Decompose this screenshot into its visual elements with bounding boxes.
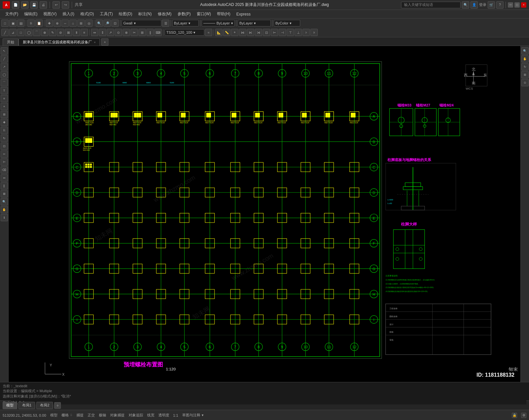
settings-icon[interactable]: ⚙ [521, 413, 526, 418]
lt-array[interactable]: ⊠ [1, 190, 8, 197]
lt-pan[interactable]: ✋ [1, 206, 8, 213]
tool-paste[interactable]: 📋 [35, 20, 43, 27]
t5[interactable]: ⊞ [77, 20, 85, 27]
r2t6[interactable]: ⊕ [41, 29, 48, 36]
menu-tools[interactable]: 工具(T) [97, 10, 115, 18]
maximize-btn[interactable]: □ [514, 2, 520, 8]
r2t32[interactable]: ⊥ [295, 29, 302, 36]
r2t2[interactable]: ⊿ [9, 29, 17, 36]
polar-toggle[interactable]: 极轴 [99, 413, 106, 418]
lt-mirror[interactable]: ⇔ [1, 174, 8, 182]
lt-dim[interactable]: ⌖ [1, 103, 8, 110]
rp-orbit[interactable]: ↻ [521, 63, 529, 70]
r2t27[interactable]: ⋊ [255, 29, 262, 36]
r2t1[interactable]: ╱ [1, 29, 9, 36]
workspace-selector[interactable]: 草图与注释 ▾ [182, 413, 204, 418]
rp-zoom[interactable]: 🔍 [521, 47, 529, 55]
r2t4[interactable]: ◯ [25, 29, 32, 36]
tool-save[interactable]: ▤ [17, 20, 24, 27]
r2t23[interactable]: 📏 [223, 29, 230, 36]
r2t33[interactable]: ⊦ [303, 29, 310, 36]
tab-drawing[interactable]: 新津县川浙合作工业园成都蜀洛药机设备厂 × [19, 38, 100, 46]
plot-btn[interactable]: 🖨 [40, 1, 47, 9]
r2t13[interactable]: ⇕ [99, 29, 106, 36]
lt-copy2[interactable]: ⎘ [1, 127, 8, 134]
lt-text[interactable]: T [1, 87, 8, 94]
r2t21[interactable]: ≈ [205, 29, 212, 36]
menu-format[interactable]: 格式(O) [78, 10, 97, 18]
menu-modify[interactable]: 修改(M) [155, 10, 174, 18]
rp-pan[interactable]: ✋ [521, 55, 529, 63]
lt-rotate[interactable]: ↻ [1, 135, 8, 142]
tab-start[interactable]: 开始 [3, 38, 19, 46]
r2t3[interactable]: □ [17, 29, 24, 36]
r2t20[interactable]: ⌨ [154, 29, 162, 36]
t7[interactable]: 🔍 [96, 20, 103, 27]
menu-insert[interactable]: 插入(I) [60, 10, 77, 18]
t6[interactable]: ◎ [85, 20, 93, 27]
menu-view[interactable]: 视图(V) [41, 10, 59, 18]
r2t9[interactable]: ⊠ [65, 29, 72, 36]
r2t18[interactable]: ⊞ [139, 29, 146, 36]
menu-window[interactable]: 窗口(W) [194, 10, 214, 18]
open-btn[interactable]: 📂 [21, 1, 28, 9]
layer-mgr[interactable]: ☰ [162, 20, 169, 27]
layer-dropdown[interactable]: Gwall ▾ [122, 20, 161, 26]
r2t16[interactable]: ⊗ [123, 29, 130, 36]
lineweight-toggle[interactable]: 线宽 [147, 413, 154, 418]
rp-nav[interactable]: ⊙ [521, 79, 529, 86]
close-btn[interactable]: × [521, 2, 526, 8]
r2t12[interactable]: ⇔ [91, 29, 98, 36]
transparency-toggle[interactable]: 透明度 [158, 413, 169, 418]
r2t5[interactable]: ⌒ [33, 29, 40, 36]
tool-open[interactable]: ▣ [9, 20, 17, 27]
new-btn[interactable]: 📄 [12, 1, 19, 9]
r2t17[interactable]: ✂ [131, 29, 138, 36]
plotstyle-dropdown[interactable]: ByColor ▾ [274, 20, 300, 26]
t4[interactable]: ⌂ [69, 20, 77, 27]
r2t19[interactable]: ∥ [146, 29, 154, 36]
cart-icon[interactable]: 🛒 [488, 1, 495, 9]
r2t24[interactable]: ⌖ [231, 29, 238, 36]
tool-new[interactable]: □ [1, 20, 9, 27]
minimize-btn[interactable]: ─ [508, 2, 513, 8]
model-label[interactable]: 模型 [50, 413, 58, 418]
r2t28[interactable]: ⊡ [263, 29, 270, 36]
lt-circle[interactable]: ◯ [1, 71, 8, 78]
r2t31[interactable]: ⊤ [287, 29, 294, 36]
search-icon[interactable]: 🔍 [462, 1, 469, 9]
tool-copy[interactable]: ⎘ [27, 20, 35, 27]
rp-full[interactable]: ⊞ [521, 71, 529, 78]
r2t11[interactable]: ≡ [81, 29, 88, 36]
r2t14[interactable]: ↗ [107, 29, 114, 36]
cmd-input[interactable] [11, 400, 526, 404]
lt-zoom[interactable]: 🔍 [1, 198, 8, 205]
lt-erase[interactable]: ⌫ [1, 166, 8, 174]
r2t34[interactable]: ⊧ [310, 29, 318, 36]
lt-polyline[interactable]: ↗ [1, 63, 8, 70]
lt-props[interactable]: ℹ [1, 214, 8, 221]
lt-select[interactable]: ↖ [1, 47, 8, 55]
lt-trim[interactable]: ✂ [1, 150, 8, 158]
osnap-toggle[interactable]: 对象捕捉 [110, 413, 125, 418]
annot-scale[interactable]: 1:1 [173, 413, 178, 417]
scale-dropdown[interactable]: TSSD_120_100 ▾ [165, 29, 204, 36]
new-tab-btn[interactable]: + [101, 38, 108, 46]
redo-btn[interactable]: ↪ [62, 1, 69, 9]
t3[interactable]: ↔ [61, 20, 69, 27]
t2[interactable]: ⊕ [54, 20, 61, 27]
r2t15[interactable]: ⊙ [115, 29, 122, 36]
menu-edit[interactable]: 编辑(E) [21, 10, 40, 18]
ortho-toggle[interactable]: 正交 [88, 413, 95, 418]
snap-toggle[interactable]: 捕捉 [76, 413, 84, 418]
tab-layout2[interactable]: 布局2 [36, 402, 53, 409]
menu-express[interactable]: Express [234, 11, 253, 18]
lt-scale2[interactable]: ⊡ [1, 143, 8, 150]
color-dropdown[interactable]: ByLayer ▾ [172, 20, 199, 26]
lineweight-dropdown[interactable]: ByLayer ▾ [238, 20, 271, 26]
user-icon[interactable]: 👤 [470, 1, 478, 9]
r2t30[interactable]: ⊣ [279, 29, 286, 36]
menu-dimension[interactable]: 标注(N) [136, 10, 154, 18]
lt-arc[interactable]: ⌒ [1, 79, 8, 86]
menu-draw[interactable]: 绘图(D) [116, 10, 135, 18]
